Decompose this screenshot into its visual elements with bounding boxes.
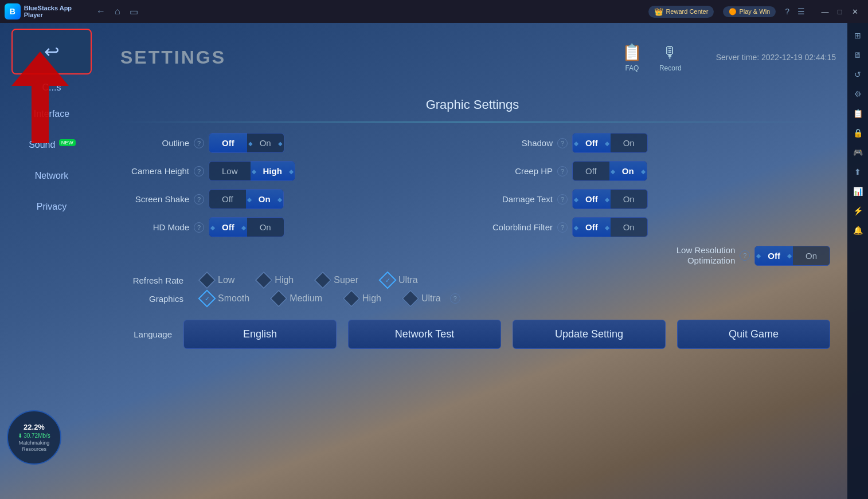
camera-height-label: Camera Height [115,166,189,176]
low-res-toggle: ◆ Off ◆ On [754,246,830,266]
right-icon-6[interactable]: 🔒 [850,125,866,141]
titlebar-nav: ← ⌂ ▭ [92,6,138,17]
shadow-help[interactable]: ? [557,138,568,148]
app-title: BlueStacks App Player [24,5,92,18]
right-icon-1[interactable]: ⊞ [850,27,866,44]
right-icon-8[interactable]: ⬆ [850,164,866,180]
shadow-off-btn[interactable]: ◆ Off ◆ [573,133,611,152]
creep-hp-on-btn[interactable]: ◆ On ◆ [609,162,647,180]
creep-hp-off-btn[interactable]: Off [573,162,609,180]
record-label: Record [659,64,682,72]
graphics-help[interactable]: ? [450,293,460,304]
camera-height-high-btn[interactable]: ◆ High ◆ [251,162,295,180]
sidebar-item-privacy[interactable]: Privacy [0,197,103,217]
server-time: Server time: 2022-12-19 02:44:15 [716,53,836,62]
shadow-toggle: ◆ Off ◆ On [572,133,648,153]
section-divider [115,121,830,123]
play-win-label: Play & Win [739,8,770,15]
damage-text-help[interactable]: ? [557,194,568,205]
right-icon-2[interactable]: 🖥 [850,47,866,63]
reward-center-button[interactable]: 👑 Reward Center [648,6,714,18]
right-icon-5[interactable]: 📋 [850,105,866,121]
stats-label: Matchmaking Resources [8,440,60,453]
screen-shake-label: Screen Shake [115,194,189,204]
right-icon-4[interactable]: ⚙ [850,86,866,102]
right-icon-7[interactable]: 🎮 [850,144,866,160]
colorblind-help[interactable]: ? [557,222,568,233]
refresh-rate-label: Refresh Rate [115,276,183,285]
right-icon-3[interactable]: ↺ [850,66,866,82]
sidebar-item-network[interactable]: Network [0,166,103,186]
update-setting-button[interactable]: Update Setting [513,320,666,349]
quit-game-button[interactable]: Quit Game [677,320,830,349]
refresh-rate-ultra[interactable]: Ultra [381,274,418,286]
graphics-options: Smooth Medium High Ultra ? [201,292,460,305]
download-icon: ⬇ [18,433,22,439]
maximize-button[interactable]: □ [834,5,846,18]
right-icon-10[interactable]: ⚡ [850,203,866,219]
refresh-rate-super[interactable]: Super [316,274,358,286]
play-win-button[interactable]: 🟠 Play & Win [723,6,776,17]
graphics-medium[interactable]: Medium [272,292,322,305]
low-res-off-btn[interactable]: ◆ Off ◆ [755,246,793,265]
right-icon-9[interactable]: 📊 [850,183,866,199]
right-icon-11[interactable]: 🔔 [850,222,866,238]
outline-toggle: Off ◆ On ◆ [209,133,284,153]
outline-on-btn[interactable]: ◆ On ◆ [247,133,284,152]
hd-mode-setting: HD Mode ? ◆ Off ◆ On [115,217,467,237]
creep-hp-help[interactable]: ? [557,166,568,176]
refresh-rate-setting: Refresh Rate Low High Super Ultra [115,274,830,286]
camera-height-toggle: Low ◆ High ◆ [209,161,295,181]
home-nav-icon[interactable]: ⌂ [115,6,120,17]
screen-shake-off-btn[interactable]: Off [209,190,246,209]
refresh-rate-high[interactable]: High [257,274,294,286]
outline-off-btn[interactable]: Off [209,133,247,152]
radio-diamond-high [255,271,273,289]
low-res-on-btn[interactable]: On [793,246,830,265]
right-sidebar: ⊞ 🖥 ↺ ⚙ 📋 🔒 🎮 ⬆ 📊 ⚡ 🔔 [847,23,868,499]
screen-shake-help[interactable]: ? [194,194,204,205]
graphics-smooth[interactable]: Smooth [201,292,249,305]
graphics-ultra[interactable]: Ultra ? [404,292,460,305]
language-label: Language [115,329,172,339]
hd-mode-off-btn[interactable]: ◆ Off ◆ [209,218,247,237]
shadow-label: Shadow [478,138,553,148]
close-button[interactable]: ✕ [849,5,861,18]
screen-shake-on-btn[interactable]: ◆ On ◆ [246,190,283,209]
colorblind-on-btn[interactable]: On [611,218,647,237]
windows-nav-icon[interactable]: ▭ [130,6,138,17]
menu-icon[interactable]: ☰ [797,7,805,16]
shadow-setting: Shadow ? ◆ Off ◆ On [478,133,830,153]
damage-text-off-btn[interactable]: ◆ Off ◆ [573,190,611,209]
shadow-on-btn[interactable]: On [611,133,647,152]
radio-diamond-ultra [378,271,396,289]
settings-content: Graphic Settings Outline ? Off ◆ On ◆ [103,92,847,499]
low-res-help[interactable]: ? [740,250,750,261]
logo-icon: B [5,3,21,19]
damage-text-on-btn[interactable]: On [611,190,647,209]
damage-text-setting: Damage Text ? ◆ Off ◆ On [478,189,830,209]
screen-shake-setting: Screen Shake ? Off ◆ On ◆ [115,189,467,209]
outline-help[interactable]: ? [194,138,204,148]
english-button[interactable]: English [183,320,337,349]
help-icon[interactable]: ? [785,7,789,16]
hd-mode-help[interactable]: ? [194,222,204,233]
titlebar-right: 👑 Reward Center 🟠 Play & Win ? ☰ — □ ✕ [648,5,868,18]
hd-mode-on-btn[interactable]: On [247,218,284,237]
bottom-buttons: Language English Network Test Update Set… [115,320,830,349]
network-test-button[interactable]: Network Test [348,320,501,349]
window-controls: — □ ✕ [819,5,861,18]
svg-marker-0 [11,52,69,143]
main-area: ↩ C...s Interface Sound NEW Network Priv… [0,23,847,499]
radio-diamond-ultra-g [401,289,419,307]
graphics-high[interactable]: High [345,292,381,305]
colorblind-off-btn[interactable]: ◆ Off ◆ [573,218,611,237]
record-button[interactable]: 🎙 Record [659,43,682,72]
minimize-button[interactable]: — [819,5,831,18]
camera-height-help[interactable]: ? [194,166,204,176]
camera-height-low-btn[interactable]: Low [209,162,251,180]
faq-button[interactable]: 📋 FAQ [622,43,642,72]
creep-hp-toggle: Off ◆ On ◆ [572,161,647,181]
refresh-rate-low[interactable]: Low [201,274,234,286]
back-nav-icon[interactable]: ← [96,6,105,17]
